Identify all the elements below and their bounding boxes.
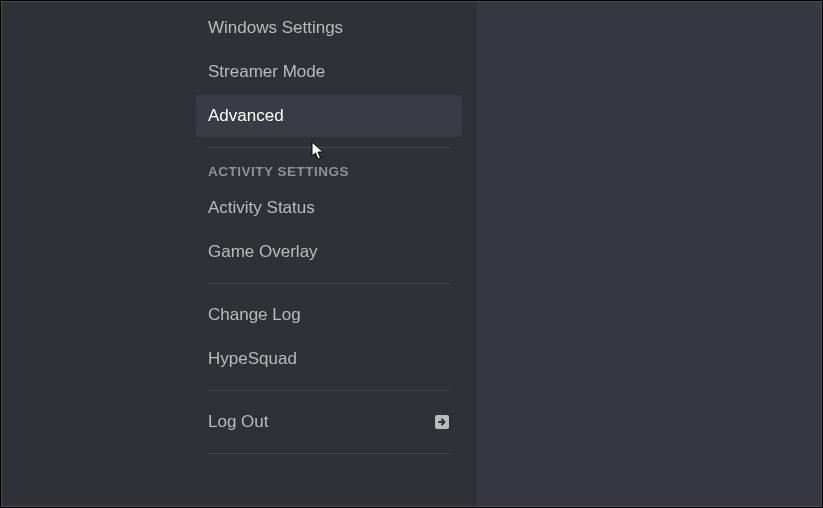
sidebar-item-label: Change Log: [208, 305, 301, 325]
sidebar-item-label: Windows Settings: [208, 18, 343, 38]
sidebar-item-windows-settings[interactable]: Windows Settings: [196, 7, 462, 49]
sidebar-item-label: Game Overlay: [208, 242, 318, 262]
sidebar-item-change-log[interactable]: Change Log: [196, 294, 462, 336]
separator: [208, 453, 450, 454]
separator: [208, 390, 450, 391]
sidebar-item-label: Activity Status: [208, 198, 315, 218]
sidebar-item-log-out[interactable]: Log Out: [196, 401, 462, 443]
sidebar-item-activity-status[interactable]: Activity Status: [196, 187, 462, 229]
sidebar-item-label: Streamer Mode: [208, 62, 325, 82]
sidebar-item-label: Advanced: [208, 106, 284, 126]
sidebar-item-game-overlay[interactable]: Game Overlay: [196, 231, 462, 273]
sidebar-item-streamer-mode[interactable]: Streamer Mode: [196, 51, 462, 93]
category-header-activity: ACTIVITY SETTINGS: [196, 158, 462, 185]
separator: [208, 283, 450, 284]
sidebar-item-label: HypeSquad: [208, 349, 297, 369]
sidebar-item-advanced[interactable]: Advanced: [196, 95, 462, 137]
sidebar-item-hypesquad[interactable]: HypeSquad: [196, 338, 462, 380]
content-panel: [477, 1, 822, 507]
sidebar-item-label: Log Out: [208, 412, 269, 432]
separator: [208, 147, 450, 148]
settings-sidebar: Windows Settings Streamer Mode Advanced …: [1, 1, 477, 507]
logout-icon: [434, 414, 450, 430]
